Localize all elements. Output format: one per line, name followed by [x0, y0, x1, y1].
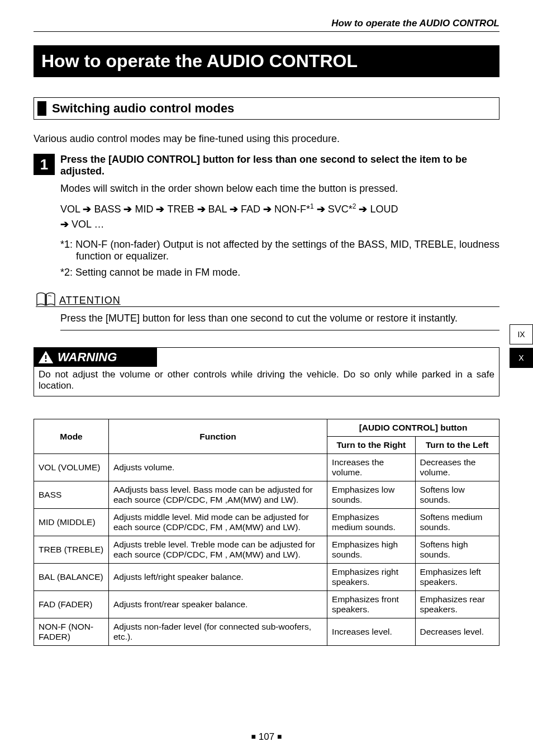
table-row: MID (MIDDLE) Adjusts middle level. Mid m…	[34, 509, 499, 536]
arrow-icon: ➔	[263, 204, 274, 215]
page-number: 107	[259, 731, 274, 742]
th-mode: Mode	[34, 419, 109, 454]
arrow-icon: ➔	[156, 204, 167, 215]
cell-left: Decreases level.	[415, 618, 499, 646]
arrow-icon: ➔	[359, 204, 370, 215]
cell-left: Softens high sounds.	[415, 536, 499, 564]
page-footer: ■ 107 ■	[0, 731, 533, 743]
table-row: FAD (FADER) Adjusts front/rear speaker b…	[34, 591, 499, 618]
square-icon: ■	[277, 732, 282, 741]
section-heading-container: Switching audio control modes	[34, 97, 499, 120]
book-icon	[36, 292, 56, 306]
running-header: How to operate the AUDIO CONTROL	[34, 18, 499, 32]
chain-svc: SVC*	[328, 204, 353, 215]
cell-mode: VOL (VOLUME)	[34, 454, 109, 481]
cell-function: AAdjusts bass level. Bass mode can be ad…	[108, 481, 327, 509]
cell-mode: MID (MIDDLE)	[34, 509, 109, 536]
cell-mode: BASS	[34, 481, 109, 509]
arrow-icon: ➔	[123, 204, 135, 215]
arrow-icon: ➔	[317, 204, 328, 215]
warning-body: Do not adjust the volume or other contro…	[34, 367, 499, 396]
cell-mode: BAL (BALANCE)	[34, 564, 109, 591]
cell-right: Emphasizes front speakers.	[327, 591, 415, 618]
chain-mid: MID	[135, 204, 153, 215]
cell-right: Emphasizes low sounds.	[327, 481, 415, 509]
cell-function: Adjusts front/rear speaker balance.	[108, 591, 327, 618]
attention-block: ATTENTION Press the [MUTE] button for le…	[34, 292, 499, 330]
step-body: Press the [AUDIO CONTROL] button for les…	[60, 154, 499, 283]
arrow-icon: ➔	[197, 204, 208, 215]
cell-left: Emphasizes left speakers.	[415, 564, 499, 591]
table-row: NON-F (NON-FADER) Adjusts non-fader leve…	[34, 618, 499, 646]
cell-function: Adjusts treble level. Treble mode can be…	[108, 536, 327, 564]
cell-right: Increases level.	[327, 618, 415, 646]
cell-right: Emphasizes right speakers.	[327, 564, 415, 591]
chain-svc-sup: 2	[353, 202, 356, 210]
cell-left: Emphasizes rear speakers.	[415, 591, 499, 618]
intro-paragraph: Various audio control modes may be fine-…	[34, 133, 499, 145]
cell-function: Adjusts middle level. Mid mode can be ad…	[108, 509, 327, 536]
arrow-icon: ➔	[230, 204, 241, 215]
th-left: Turn to the Left	[415, 437, 499, 454]
cell-right: Emphasizes medium sounds.	[327, 509, 415, 536]
table-row: VOL (VOLUME) Adjusts volume. Increases t…	[34, 454, 499, 481]
chain-bal: BAL	[208, 204, 227, 215]
chain-ellipsis: …	[94, 219, 104, 230]
mode-chain: VOL ➔ BASS ➔ MID ➔ TREB ➔ BAL ➔ FAD ➔ NO…	[60, 201, 499, 232]
arrow-icon: ➔	[60, 219, 72, 230]
divider	[60, 330, 499, 330]
cell-left: Softens medium sounds.	[415, 509, 499, 536]
warning-head: WARNING	[34, 348, 157, 367]
side-tab-x[interactable]: X	[510, 348, 533, 368]
attention-head: ATTENTION	[36, 292, 499, 307]
table-row: BASS AAdjusts bass level. Bass mode can …	[34, 481, 499, 509]
table-row: TREB (TREBLE) Adjusts treble level. Treb…	[34, 536, 499, 564]
chain-treb: TREB	[167, 204, 194, 215]
cell-function: Adjusts volume.	[108, 454, 327, 481]
warning-label: WARNING	[58, 350, 117, 365]
section-heading: Switching audio control modes	[37, 101, 496, 116]
step-text: Modes will switch in the order shown bel…	[60, 183, 499, 195]
cell-right: Emphasizes high sounds.	[327, 536, 415, 564]
cell-mode: FAD (FADER)	[34, 591, 109, 618]
side-tab-ix[interactable]: IX	[510, 324, 533, 344]
warning-box: WARNING Do not adjust the volume or othe…	[34, 347, 499, 396]
footnote-2: *2: Setting cannot be made in FM mode.	[60, 267, 499, 278]
step-lead: Press the [AUDIO CONTROL] button for les…	[60, 154, 499, 177]
square-icon: ■	[251, 732, 256, 741]
chain-tail: VOL	[72, 219, 91, 230]
page-title: How to operate the AUDIO CONTROL	[34, 45, 499, 77]
chain-nonf-sup: 1	[310, 202, 314, 210]
cell-mode: TREB (TREBLE)	[34, 536, 109, 564]
attention-label: ATTENTION	[59, 295, 121, 306]
cell-left: Decreases the volume.	[415, 454, 499, 481]
chain-vol: VOL	[60, 204, 80, 215]
th-group: [AUDIO CONTROL] button	[327, 419, 499, 437]
step-number: 1	[34, 154, 55, 175]
warning-triangle-icon	[39, 351, 53, 363]
chain-loud: LOUD	[370, 204, 398, 215]
svg-point-3	[45, 360, 47, 362]
cell-left: Softens low sounds.	[415, 481, 499, 509]
cell-right: Increases the volume.	[327, 454, 415, 481]
cell-function: Adjusts non-fader level (for connected s…	[108, 618, 327, 646]
attention-text: Press the [MUTE] button for less than on…	[60, 313, 499, 324]
table-row: BAL (BALANCE) Adjusts left/right speaker…	[34, 564, 499, 591]
cell-mode: NON-F (NON-FADER)	[34, 618, 109, 646]
chain-nonf: NON-F*	[274, 204, 310, 215]
arrow-icon: ➔	[83, 204, 94, 215]
cell-function: Adjusts left/right speaker balance.	[108, 564, 327, 591]
footnote-1: *1: NON-F (non-fader) Output is not affe…	[60, 239, 499, 262]
modes-tbody: VOL (VOLUME) Adjusts volume. Increases t…	[34, 454, 499, 646]
modes-table: Mode Function [AUDIO CONTROL] button Tur…	[34, 419, 499, 646]
step-1: 1 Press the [AUDIO CONTROL] button for l…	[34, 154, 499, 283]
th-right: Turn to the Right	[327, 437, 415, 454]
chain-bass: BASS	[94, 204, 121, 215]
th-function: Function	[108, 419, 327, 454]
chain-fad: FAD	[241, 204, 260, 215]
side-tabs: IX X	[510, 324, 533, 368]
